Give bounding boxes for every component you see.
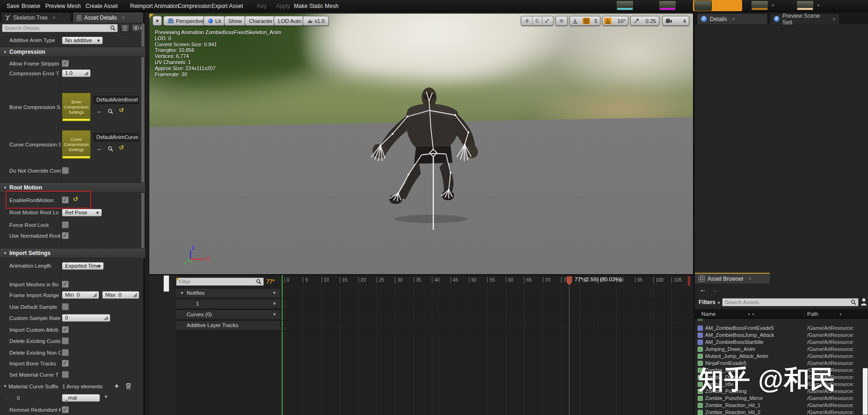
property-matrix-icon[interactable] <box>120 24 130 32</box>
sequence-end-marker[interactable] <box>688 276 690 286</box>
use-default-sample-checkbox[interactable] <box>62 303 69 310</box>
grid-snap-value[interactable]: 5 <box>595 18 598 24</box>
asset-row[interactable]: Mutant_Jump_Attack_Anim/Game/ArtResource… <box>695 353 868 360</box>
force-root-lock-checkbox[interactable] <box>62 221 69 228</box>
export-asset-button[interactable]: Export Asset <box>212 3 243 9</box>
browse-to-asset-icon[interactable] <box>108 109 113 114</box>
delete-existing-non-curve-checkbox[interactable] <box>62 349 69 356</box>
animation-asset-thumbnail[interactable] <box>694 0 712 11</box>
browse-to-asset-icon[interactable] <box>108 146 113 152</box>
tab-asset-details[interactable]: Asset Details <box>73 12 144 22</box>
physics-asset-thumbnail[interactable] <box>796 0 814 11</box>
asset-row[interactable]: Zombie_Reaction_Hit_1/Game/ArtResource: <box>695 402 868 409</box>
track-additive-layer[interactable]: Additive Layer Tracks <box>175 320 281 330</box>
rotation-snap-toggle[interactable] <box>604 18 612 24</box>
frame-range-max-spinbox[interactable]: Max 0 <box>102 291 139 299</box>
compression-button[interactable]: Compression <box>178 3 211 9</box>
do-not-override-checkbox[interactable] <box>62 167 69 174</box>
collapse-triangle-icon[interactable] <box>3 384 7 388</box>
reset-to-default-icon[interactable] <box>119 107 124 114</box>
frame-range-min-spinbox[interactable]: Min 0 <box>62 291 99 299</box>
filters-button[interactable]: Filters ▼ <box>699 299 721 306</box>
lit-mode-button[interactable]: Lit <box>204 16 225 26</box>
column-divider[interactable] <box>804 310 805 317</box>
tab-details[interactable]: Details <box>697 13 768 24</box>
track-options-icon[interactable] <box>272 310 277 319</box>
preview-mesh-button[interactable]: Preview Mesh <box>45 3 80 9</box>
scale-tool-icon[interactable] <box>545 18 549 24</box>
clear-array-trash-icon[interactable] <box>125 383 131 389</box>
asset-row[interactable]: AM_ZombieBossJump_Attack/Game/ArtResourc… <box>695 332 868 339</box>
allow-frame-stripping-checkbox[interactable] <box>62 60 69 67</box>
bone-compression-settings-thumbnail[interactable]: Bone Compression Settings <box>62 93 91 122</box>
timeline-start-marker[interactable] <box>282 275 283 415</box>
section-header-compression[interactable]: Compression <box>0 47 145 57</box>
preview-character-zombie[interactable] <box>361 82 511 237</box>
create-asset-button[interactable]: Create Asset <box>86 3 118 9</box>
track-filter-input[interactable] <box>176 279 256 284</box>
scale-snap-group[interactable]: 0.25 <box>630 16 659 26</box>
search-assets-input[interactable] <box>722 299 851 305</box>
use-selected-asset-icon[interactable]: ← <box>96 145 102 152</box>
tab-asset-browser[interactable]: Asset Browser <box>695 273 770 284</box>
move-tool-icon[interactable] <box>525 18 529 24</box>
track-options-icon[interactable] <box>272 299 277 308</box>
track-notifies[interactable]: ▼ Notifies <box>175 288 281 298</box>
viewport-options-menu-button[interactable]: ▼ <box>153 16 162 26</box>
surface-snap-icon[interactable] <box>572 18 578 24</box>
grid-snap-group[interactable]: 5 <box>569 16 600 26</box>
rotation-snap-group[interactable]: 10° <box>602 16 628 26</box>
asset-row[interactable]: Zombie_Reaction_Hit_2/Game/ArtResource: <box>695 409 868 415</box>
asset-row[interactable]: AM_ZombieBossFrontEvade5/Game/ArtResourc… <box>695 325 868 332</box>
asset-row-clipped[interactable] <box>695 319 868 322</box>
reimport-animation-button[interactable]: Reimport Animation <box>130 3 179 9</box>
chevron-down-icon[interactable]: ▼ <box>104 394 108 399</box>
track-notify-1[interactable]: 1 <box>175 299 281 309</box>
search-details-input[interactable] <box>2 25 110 31</box>
import-meshes-in-bone-checkbox[interactable] <box>62 281 69 288</box>
viewport-3d[interactable]: ▼ Perspective Lit Show Character LOD Aut… <box>149 13 693 275</box>
browse-button[interactable]: Browse <box>22 3 40 9</box>
make-static-mesh-button[interactable]: Make Static Mesh <box>294 3 338 9</box>
collapse-triangle-icon[interactable]: ▼ <box>180 289 184 298</box>
chevron-down-icon[interactable]: ▾ <box>817 3 819 7</box>
perspective-button[interactable]: Perspective <box>163 16 208 26</box>
close-icon[interactable] <box>732 17 736 22</box>
close-icon[interactable] <box>52 15 56 20</box>
save-button[interactable]: Save <box>7 3 19 9</box>
close-icon[interactable] <box>832 17 836 22</box>
compression-error-spinbox[interactable]: 1.0 <box>62 69 91 77</box>
chevron-down-icon[interactable]: ▾ <box>772 3 774 7</box>
use-selected-asset-icon[interactable]: ← <box>96 108 102 115</box>
tab-skeleton-tree[interactable]: Skeleton Tree <box>1 12 71 22</box>
camera-speed-group[interactable]: 4 <box>662 16 689 26</box>
timeline-ruler[interactable]: 0510152025303540455055606570758085909510… <box>281 275 693 287</box>
skeleton-asset-thumbnail[interactable] <box>616 0 634 11</box>
asset-list-scrollbar[interactable] <box>862 368 868 415</box>
import-bone-tracks-checkbox[interactable] <box>62 360 69 367</box>
asset-row[interactable]: Jumping_Down_Anim/Game/ArtResource: <box>695 346 868 353</box>
transform-tools-group[interactable] <box>521 16 554 26</box>
track-options-icon[interactable] <box>272 289 277 298</box>
playback-speed-button[interactable]: x1.0 <box>303 16 329 26</box>
custom-sample-rate-spinbox[interactable]: 0 <box>62 314 110 322</box>
column-path[interactable]: Path <box>807 309 818 319</box>
rotation-snap-value[interactable]: 10° <box>618 18 626 24</box>
additive-anim-type-dropdown[interactable]: No additive <box>62 36 103 44</box>
anim-blueprint-asset-thumbnail[interactable] <box>751 0 768 11</box>
asset-row[interactable]: AM_ZombieBossStartIdle/Game/ArtResource: <box>695 339 868 346</box>
set-material-curve-checkbox[interactable] <box>62 371 69 378</box>
column-name[interactable]: Name <box>701 309 716 319</box>
timeline-scrollbar[interactable] <box>163 275 169 292</box>
material-suffix-text-field[interactable]: _mat <box>62 394 100 402</box>
character-menu-button[interactable]: Character <box>245 16 277 26</box>
tab-preview-scene-settings[interactable]: Preview Scene Sett <box>770 13 840 24</box>
drag-handle-icon[interactable]: ⋮⋮ <box>5 395 12 400</box>
delete-existing-custom-checkbox[interactable] <box>62 337 69 344</box>
user-filter-icon[interactable] <box>861 298 867 306</box>
history-back-button[interactable]: ← <box>700 285 707 293</box>
mesh-asset-thumbnail[interactable] <box>659 0 676 11</box>
grid-snap-toggle[interactable] <box>583 18 590 24</box>
remove-redundant-keys-checkbox[interactable] <box>62 406 69 413</box>
root-motion-root-lock-dropdown[interactable]: Ref Pose <box>62 209 102 217</box>
